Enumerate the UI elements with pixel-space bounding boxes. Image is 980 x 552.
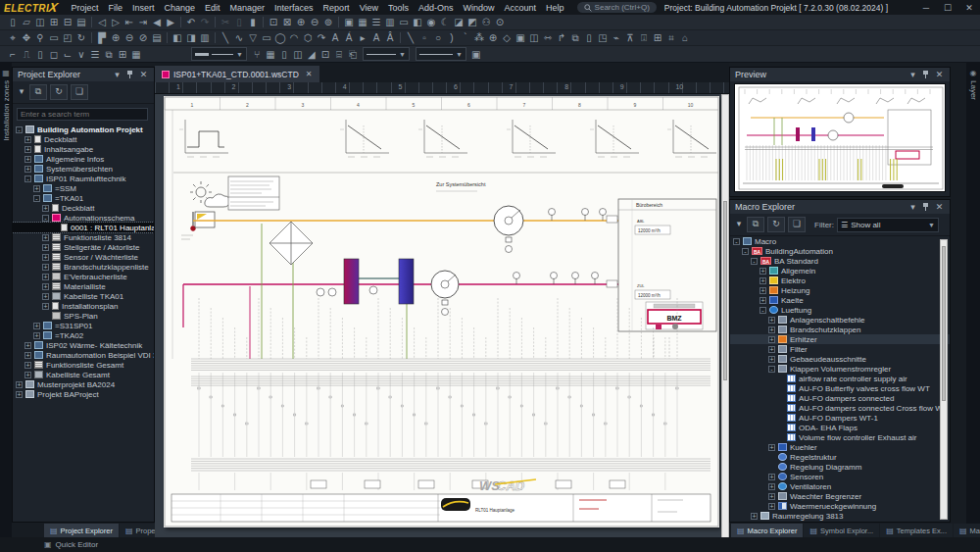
- menu-project[interactable]: Project: [66, 3, 103, 13]
- save-all-icon[interactable]: ⊟: [61, 16, 74, 28]
- project-tree-item[interactable]: -ISP01 Raumlufttechnik: [13, 174, 154, 183]
- macro-tree-item[interactable]: -Lueftung: [730, 305, 950, 315]
- expand-icon[interactable]: +: [42, 303, 49, 310]
- macro-scrollbar-thumb[interactable]: [942, 246, 946, 401]
- macro-tree-item[interactable]: AU-FO Butterfly valves cross flow WT: [730, 383, 950, 393]
- macro-vertical-scrollbar[interactable]: [940, 239, 948, 520]
- project-tree-item[interactable]: +=SSM: [13, 183, 154, 193]
- tab-close-icon[interactable]: ✕: [306, 70, 313, 78]
- group-icon[interactable]: ⊞: [651, 31, 664, 44]
- macro-tree-item[interactable]: +Gebaeudeausschnitte: [730, 354, 950, 364]
- connection-line-icon[interactable]: ⌐: [6, 48, 20, 61]
- next-sheet-icon[interactable]: ▶: [164, 16, 177, 28]
- cabinet-view-icon[interactable]: ▥: [383, 16, 397, 28]
- project-tree-item[interactable]: +Musterprojekt BA2024: [13, 379, 154, 389]
- report-list-icon[interactable]: ☰: [369, 16, 383, 28]
- expand-icon[interactable]: +: [760, 268, 766, 275]
- chevron-down-icon[interactable]: ▾: [112, 69, 122, 80]
- expand-icon[interactable]: +: [42, 283, 49, 290]
- bus-bar-icon[interactable]: ☰: [88, 48, 102, 61]
- signal-icon[interactable]: ⎗: [346, 48, 360, 61]
- grid-icon[interactable]: ⌗: [664, 31, 678, 44]
- distribute-icon[interactable]: ⍗: [637, 31, 651, 44]
- first-sheet-icon[interactable]: ⇤: [122, 16, 136, 28]
- menu-manager[interactable]: Manager: [225, 3, 270, 13]
- maximize-button[interactable]: ☐: [937, 3, 958, 13]
- standard-dropdown[interactable]: ▼: [416, 47, 466, 61]
- zoom-window-icon[interactable]: ▛: [95, 31, 109, 44]
- project-tree-item[interactable]: +Materialliste: [13, 281, 154, 291]
- expand-icon[interactable]: +: [768, 326, 775, 333]
- cable-icon[interactable]: ⌙: [61, 48, 74, 61]
- menu-view[interactable]: View: [355, 3, 383, 13]
- expand-icon[interactable]: +: [760, 277, 766, 284]
- duplicate-icon[interactable]: ❏: [71, 84, 88, 100]
- collapse-icon[interactable]: -: [733, 238, 740, 245]
- project-tree-item[interactable]: 0001 : RLT01 Hauptanlage: [13, 223, 154, 232]
- project-tree-item[interactable]: +Projekt BAProject: [13, 389, 154, 399]
- import-icon[interactable]: ◩: [466, 16, 479, 28]
- macro-tree-item[interactable]: +Kaelte: [730, 295, 950, 305]
- macro-tree-item[interactable]: Volume flow controller Exhaust air: [730, 432, 950, 442]
- expand-icon[interactable]: +: [768, 444, 775, 451]
- terminal-strip-icon[interactable]: ▦: [264, 48, 277, 61]
- polygon-tool-icon[interactable]: ⬡: [301, 31, 315, 44]
- node-icon[interactable]: ◇: [500, 31, 514, 44]
- expand-icon[interactable]: +: [24, 342, 31, 349]
- pin-icon[interactable]: [922, 202, 930, 212]
- project-tree-item[interactable]: +Systemübersichten: [13, 164, 154, 174]
- menu-edit[interactable]: Edit: [200, 3, 225, 13]
- terminal-icon[interactable]: ▯: [33, 48, 47, 61]
- system-overview-link[interactable]: Zur Systemübersicht: [436, 181, 486, 187]
- project-tree-item[interactable]: +Deckblatt: [13, 203, 154, 213]
- junction-icon[interactable]: ◻: [47, 48, 61, 61]
- drawing-viewport[interactable]: 12345678910: [155, 94, 729, 538]
- macro-tree-item[interactable]: +Waechter Begrenzer: [730, 491, 950, 501]
- expand-icon[interactable]: +: [16, 391, 23, 398]
- construction-line-icon[interactable]: ╲: [404, 31, 417, 44]
- array-icon[interactable]: ▯: [582, 31, 596, 44]
- installation-zones-tab[interactable]: ▦ Installation zones: [0, 63, 12, 141]
- reference-format-dropdown[interactable]: ▼: [363, 47, 410, 61]
- macro-tree-item[interactable]: +Anlagenschaltbefehle: [730, 315, 950, 325]
- macro-tree-item[interactable]: +Kuehler: [730, 442, 950, 452]
- project-tree-item[interactable]: +Funktionsliste 3814: [13, 232, 154, 242]
- project-search-input[interactable]: [17, 108, 148, 121]
- copy-icon[interactable]: ▯: [232, 16, 246, 28]
- collapse-icon[interactable]: -: [16, 126, 23, 133]
- collapse-icon[interactable]: -: [742, 248, 749, 255]
- hatch-icon[interactable]: ⁂: [472, 31, 486, 44]
- expand-icon[interactable]: +: [768, 503, 775, 510]
- minimize-button[interactable]: ─: [915, 3, 937, 13]
- collapse-icon[interactable]: -: [24, 176, 31, 182]
- expand-icon[interactable]: +: [768, 336, 775, 343]
- filter-dropdown[interactable]: ☰Show all▼: [837, 218, 939, 232]
- move-icon[interactable]: ✥: [20, 31, 33, 44]
- panel-dropdown-icon[interactable]: ▾: [17, 85, 26, 99]
- frame-icon[interactable]: ◫: [527, 31, 541, 44]
- circle-tool-icon[interactable]: ◯: [273, 31, 287, 44]
- expand-icon[interactable]: +: [16, 381, 23, 388]
- canvas-scrollbar-thumb[interactable]: [723, 201, 727, 379]
- zoom-fit-icon[interactable]: ⊚: [321, 16, 335, 28]
- image-icon[interactable]: ▣: [514, 31, 527, 44]
- expand-icon[interactable]: +: [42, 234, 49, 241]
- expand-icon[interactable]: +: [24, 166, 31, 173]
- macro-place-icon[interactable]: ⊞: [116, 48, 129, 61]
- black-box-icon[interactable]: ▦: [129, 48, 143, 61]
- account-status-icon[interactable]: ⚇: [479, 16, 493, 28]
- close-button[interactable]: ✕: [958, 3, 980, 13]
- expand-icon[interactable]: +: [33, 185, 40, 192]
- expand-icon[interactable]: +: [24, 362, 31, 369]
- zoom-out-icon[interactable]: ⊖: [308, 16, 321, 28]
- database-icon[interactable]: ◧: [411, 16, 424, 28]
- arc-tool-icon[interactable]: ◠: [287, 31, 301, 44]
- collapse-icon[interactable]: -: [768, 366, 775, 373]
- macro-tree-item[interactable]: +Brandschutzklappen: [730, 325, 950, 334]
- macro-tree-item[interactable]: AU-FO dampers connected: [730, 393, 950, 403]
- expand-icon[interactable]: +: [768, 483, 775, 490]
- prev-sheet-icon[interactable]: ◀: [150, 16, 164, 28]
- macro-tree-item[interactable]: Regelung Diagramm: [730, 462, 950, 472]
- fillet-icon[interactable]: `: [459, 31, 472, 44]
- copy-object-icon[interactable]: ⧉: [568, 31, 582, 44]
